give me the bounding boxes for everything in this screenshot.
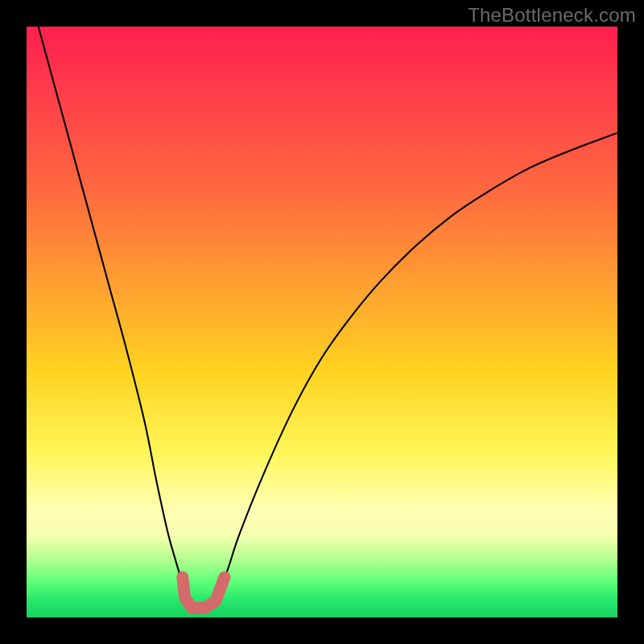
bottleneck-curve — [39, 27, 617, 613]
curve-layer — [27, 27, 617, 617]
plot-area — [27, 27, 617, 617]
highlight-marker — [183, 577, 225, 608]
chart-frame: TheBottleneck.com — [0, 0, 644, 644]
watermark-text: TheBottleneck.com — [468, 4, 636, 27]
